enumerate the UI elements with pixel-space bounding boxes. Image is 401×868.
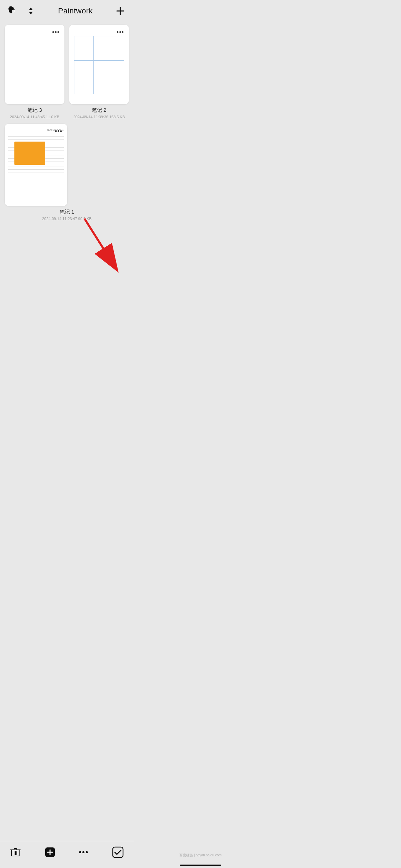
note-item-1: NOTEBOOK 1	[5, 124, 129, 221]
page-title: Paintwork	[58, 7, 93, 15]
note-card-2[interactable]: •••	[69, 25, 129, 104]
note-1-more-button[interactable]: •••	[53, 127, 64, 136]
add-note-button[interactable]	[114, 4, 127, 17]
note-card-3[interactable]: •••	[5, 25, 64, 104]
note-2-more-button[interactable]: •••	[115, 28, 125, 37]
note-2-label: 笔记 2	[69, 107, 129, 113]
settings-button[interactable]	[7, 4, 20, 17]
note-2-meta: 2024-09-14 11:39:36 158.5 KB	[69, 115, 129, 119]
svg-marker-2	[29, 8, 33, 10]
note-3-label: 笔记 3	[5, 107, 64, 113]
app-header: Paintwork	[0, 0, 134, 22]
add-icon	[115, 6, 125, 16]
note-card-1[interactable]: NOTEBOOK 1	[5, 124, 67, 206]
note-1-label: 笔记 1	[5, 209, 129, 215]
sort-button[interactable]	[25, 5, 37, 17]
note-3-meta: 2024-09-14 11:43:45 11.0 KB	[5, 115, 64, 119]
note-2-row-line	[74, 60, 124, 61]
gear-icon	[8, 6, 19, 16]
note-1-preview: NOTEBOOK 1	[5, 124, 67, 206]
note-item-2: ••• 笔记 2 2024-09-14 11:39:36 158.5 KB	[69, 25, 129, 119]
orange-rectangle	[14, 142, 45, 165]
header-left-controls	[7, 4, 37, 17]
note-1-meta: 2024-09-14 11:23:47 90.9 KB	[5, 217, 129, 221]
note-1-row: NOTEBOOK 1	[0, 119, 134, 221]
note-item-3: ••• 笔记 3 2024-09-14 11:43:45 11.0 KB	[5, 25, 64, 119]
notes-grid: ••• 笔记 3 2024-09-14 11:43:45 11.0 KB •••…	[0, 22, 134, 119]
note-2-grid	[74, 36, 124, 94]
sort-icon	[26, 6, 36, 16]
svg-point-1	[12, 10, 15, 12]
svg-marker-3	[29, 12, 33, 14]
note-3-more-button[interactable]: •••	[51, 28, 61, 37]
note-2-col-line	[93, 36, 94, 94]
